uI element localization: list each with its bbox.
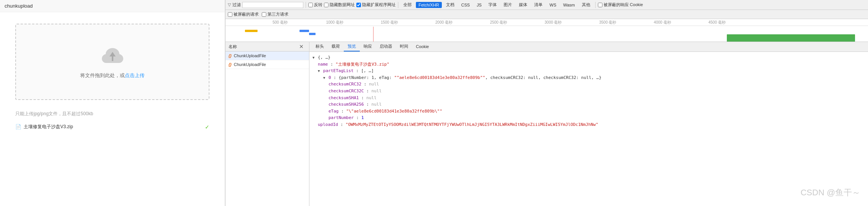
tab-response[interactable]: 响应 [360, 42, 376, 52]
hide-extensions-label[interactable]: 隐藏扩展程序网址 [356, 2, 396, 8]
type-btn-css[interactable]: CSS [459, 2, 473, 8]
type-btn-img[interactable]: 图片 [501, 1, 515, 8]
ruler-mark-4000: 4000 毫秒 [654, 20, 671, 25]
hide-data-urls-label[interactable]: 隐藏数据网址 [324, 2, 355, 8]
type-btn-media[interactable]: 媒体 [516, 1, 530, 8]
tab-timing[interactable]: 时间 [396, 42, 412, 52]
json-etag-field: eTag : "\"aele8e6cd00183d41e3e80a32ffe80… [312, 108, 865, 115]
json-part-0: 0 : {partNumber: 1, eTag: ""aele8e6cd001… [312, 74, 865, 81]
close-panel-btn[interactable]: ✕ [297, 43, 306, 50]
ruler-mark-3000: 3000 毫秒 [544, 20, 562, 25]
ruler-mark-4500: 4500 毫秒 [709, 20, 726, 25]
req-name-0: ChunkUploadFile [234, 53, 266, 58]
timeline-marker-red [373, 27, 374, 42]
type-btn-fetch-xhr[interactable]: Fetch/XHR [416, 2, 442, 8]
devtools-main: 名称 ✕ {} ChunkUploadFile {} ChunkUploadFi… [225, 42, 868, 206]
ruler-mark-1000: 1000 毫秒 [326, 20, 343, 25]
timeline-area: 500 毫秒 1000 毫秒 1500 毫秒 2000 毫秒 2500 毫秒 3… [225, 19, 868, 42]
third-party-label[interactable]: 第三方请求 [262, 11, 288, 17]
separator [306, 2, 306, 8]
tab-headers[interactable]: 标头 [312, 42, 328, 52]
upload-link[interactable]: 点击上传 [125, 72, 145, 78]
third-party-checkbox[interactable] [262, 12, 266, 17]
tab-initiator[interactable]: 启动器 [376, 42, 396, 52]
type-btn-all[interactable]: 全部 [401, 1, 414, 8]
ruler-mark-2500: 2500 毫秒 [490, 20, 507, 25]
timeline-bars [225, 27, 868, 42]
reverse-checkbox-label[interactable]: 反转 [308, 2, 322, 8]
detail-tabs: 标头 载荷 预览 响应 启动器 时间 Cookie [309, 42, 868, 52]
file-list: 📄 土壤修复电子沙盘V3.zip ✓ [0, 120, 225, 134]
json-part-number: partNumber : 1 [312, 114, 865, 121]
hide-blocked-checkbox[interactable] [598, 3, 602, 7]
devtools-toolbar2: 被屏蔽的请求 第三方请求 [225, 10, 868, 19]
reverse-checkbox[interactable] [308, 3, 313, 7]
file-name: 土壤修复电子沙盘V3.zip [24, 124, 73, 130]
type-btn-doc[interactable]: 文档 [443, 1, 457, 8]
left-panel: chunkupload 将文件拖到此处，或点击上传 只能上传jpg/png文件，… [0, 0, 225, 206]
type-btn-font[interactable]: 字体 [486, 1, 499, 8]
req-list-header: 名称 ✕ [225, 42, 309, 52]
upload-text: 将文件拖到此处，或点击上传 [80, 72, 145, 79]
request-item-0[interactable]: {} ChunkUploadFile [225, 52, 309, 60]
json-checksum-crc32: checksumCRC32 : null [312, 81, 865, 88]
upload-hint: 只能上传jpg/png文件，且不超过500kb [0, 108, 225, 120]
request-list: 名称 ✕ {} ChunkUploadFile {} ChunkUploadFi… [225, 42, 309, 206]
json-name-field: name : "土壤修复电子沙盘V3.zip" [312, 61, 865, 68]
blocked-requests-label[interactable]: 被屏蔽的请求 [228, 11, 259, 17]
json-checksum-crc32c: checksumCRC32C : null [312, 88, 865, 95]
filter-label: 过滤 [232, 2, 241, 8]
ruler-mark-2000: 2000 毫秒 [435, 20, 453, 25]
devtools-toolbar1: ▽ 过滤 反转 隐藏数据网址 隐藏扩展程序网址 全部 Fetch/XHR 文档 … [225, 0, 868, 10]
timeline-bar-1 [245, 30, 258, 32]
upload-cloud-icon [101, 45, 124, 68]
timeline-bar-2 [300, 30, 309, 32]
ruler-mark-500: 500 毫秒 [272, 20, 287, 25]
type-btn-other[interactable]: 其他 [579, 1, 593, 8]
filter-icon: ▽ [228, 2, 231, 7]
type-btn-js[interactable]: JS [474, 2, 484, 8]
separator2 [398, 2, 398, 8]
req-name-1: ChunkUploadFile [234, 62, 266, 67]
request-item-1[interactable]: {} ChunkUploadFile [225, 60, 309, 69]
ruler-mark-3500: 3500 毫秒 [599, 20, 616, 25]
filter-input[interactable] [242, 2, 303, 8]
hide-data-urls-checkbox[interactable] [324, 3, 329, 7]
file-status-icon: ✓ [205, 124, 209, 130]
type-btn-manifest[interactable]: 清单 [531, 1, 545, 8]
hide-blocked-label[interactable]: 被屏蔽的响应 Cookie [598, 2, 643, 8]
json-root-triangle[interactable] [312, 56, 314, 60]
json-checksum-sha1: checksumSHA1 : null [312, 95, 865, 101]
blocked-requests-checkbox[interactable] [228, 12, 232, 17]
req-icon-1: {} [229, 63, 232, 67]
detail-panel: 标头 载荷 预览 响应 启动器 时间 Cookie {, …} name : "… [309, 42, 868, 206]
timeline-bar-3 [309, 33, 316, 35]
file-icon: 📄 [15, 124, 21, 130]
req-name-col-header: 名称 [229, 44, 237, 50]
upload-dropzone[interactable]: 将文件拖到此处，或点击上传 [15, 24, 209, 100]
type-btn-wasm[interactable]: Wasm [560, 2, 578, 8]
json-upload-id: uploadId : "OWMxMzMyZTEtOTIyYSOOMzdilWE3… [312, 121, 865, 128]
json-part-etag-list: partETagList : [, …] [312, 68, 865, 74]
timeline-ruler: 500 毫秒 1000 毫秒 1500 毫秒 2000 毫秒 2500 毫秒 3… [225, 19, 868, 26]
req-icon-0: {} [229, 54, 232, 58]
type-btn-ws[interactable]: WS [547, 2, 559, 8]
devtools-panel: ▽ 过滤 反转 隐藏数据网址 隐藏扩展程序网址 全部 Fetch/XHR 文档 … [225, 0, 868, 206]
tab-cookie[interactable]: Cookie [412, 43, 433, 51]
timeline-bar-green [727, 34, 855, 42]
file-item: 📄 土壤修复电子沙盘V3.zip ✓ [15, 122, 209, 131]
ruler-mark-1500: 1500 毫秒 [381, 20, 398, 25]
detail-content: {, …} name : "土壤修复电子沙盘V3.zip" partETagLi… [309, 52, 868, 206]
tab-preview[interactable]: 预览 [344, 42, 360, 52]
app-title: chunkupload [0, 0, 225, 12]
separator3 [595, 2, 596, 8]
json-checksum-sha256: checksumSHA256 : null [312, 101, 865, 108]
json-part-0-triangle[interactable] [323, 76, 325, 80]
tab-payload[interactable]: 载荷 [328, 42, 344, 52]
json-part-etag-triangle[interactable] [318, 69, 320, 73]
json-root: {, …} [312, 54, 865, 61]
hide-extensions-checkbox[interactable] [356, 3, 361, 7]
